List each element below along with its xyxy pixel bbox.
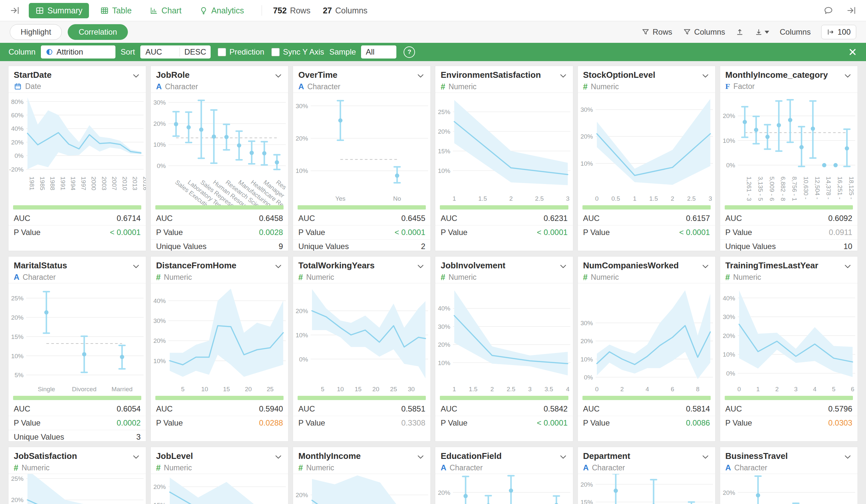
svg-text:1.5: 1.5 — [649, 195, 658, 202]
tab-table[interactable]: Table — [93, 3, 138, 18]
chevron-down-icon[interactable] — [558, 262, 568, 271]
column-chart: 0%10%20%30%02468 — [578, 283, 715, 396]
auc-row: AUC 0.5814 — [578, 402, 715, 416]
unique-values-label: Unique Values — [725, 242, 776, 251]
auc-row: AUC 0.6455 — [293, 212, 430, 225]
chevron-down-icon[interactable] — [701, 71, 710, 80]
auc-label: AUC — [298, 214, 315, 223]
progress-bar — [155, 396, 284, 400]
chevron-down-icon[interactable] — [701, 452, 710, 461]
svg-text:30%: 30% — [580, 106, 593, 113]
p-value: 0.0288 — [259, 418, 283, 427]
svg-text:15%: 15% — [438, 148, 450, 155]
character-type-icon: A — [441, 463, 446, 472]
column-title: JobLevel — [156, 451, 193, 461]
tab-analytics[interactable]: Analytics — [193, 3, 251, 18]
p-value-label: P Value — [441, 418, 467, 427]
chevron-down-icon[interactable] — [843, 71, 852, 80]
sample-select[interactable]: All — [361, 45, 396, 58]
card-header: JobRole A Character — [151, 66, 288, 93]
auc-row: AUC 0.5851 — [293, 402, 430, 416]
chevron-down-icon[interactable] — [132, 452, 141, 461]
comment-icon[interactable] — [823, 5, 833, 15]
svg-text:0%: 0% — [15, 152, 24, 159]
auc-row: AUC 0.6714 — [9, 212, 146, 225]
highlight-button[interactable]: Highlight — [10, 24, 62, 40]
upload-icon[interactable] — [735, 28, 744, 36]
prediction-checkbox[interactable]: Prediction — [218, 47, 264, 57]
column-select[interactable]: Attrition — [41, 45, 115, 58]
table-icon — [100, 6, 109, 15]
chevron-down-icon[interactable] — [558, 452, 568, 461]
character-type-icon: A — [298, 82, 304, 91]
svg-text:2016: 2016 — [142, 177, 146, 190]
column-select-value: Attrition — [57, 47, 83, 57]
column-chart: 15%20% — [151, 474, 288, 504]
chevron-down-icon[interactable] — [416, 262, 425, 271]
progress-bar — [582, 396, 711, 400]
stats-table: AUC 0.6054 P Value 0.0002 Unique Values … — [9, 402, 146, 441]
svg-text:25: 25 — [267, 386, 274, 393]
svg-text:5%: 5% — [15, 372, 24, 379]
svg-text:14,378 -: 14,378 - — [825, 177, 832, 199]
card-header: EnvironmentSatisfaction # Numeric — [435, 66, 573, 93]
sort-field-select[interactable]: AUC — [140, 47, 176, 57]
column-card: EnvironmentSatisfaction # Numeric 10%15%… — [435, 66, 573, 251]
columns-count: 27 — [323, 6, 332, 15]
card-header: MaritalStatus A Character — [9, 257, 146, 283]
svg-text:5,009 - 6: 5,009 - 6 — [768, 177, 775, 201]
svg-text:1.5: 1.5 — [478, 195, 487, 202]
chevron-down-icon[interactable] — [274, 71, 283, 80]
expand-panel-icon[interactable] — [846, 5, 856, 15]
collapse-panel-icon[interactable] — [10, 5, 20, 15]
progress-bar — [582, 205, 711, 210]
column-type-label: Numeric — [164, 273, 192, 282]
card-header: TotalWorkingYears # Numeric — [293, 257, 430, 283]
p-value-row: P Value 0.0086 — [578, 416, 715, 430]
svg-text:15: 15 — [223, 386, 230, 393]
chevron-down-icon[interactable] — [558, 71, 568, 80]
correlation-settings-bar: Column Attrition Sort AUC DESC Predictio… — [0, 43, 866, 61]
svg-text:2010: 2010 — [121, 177, 128, 190]
svg-text:20%: 20% — [296, 307, 308, 314]
sort-direction-select[interactable]: DESC — [179, 47, 211, 57]
close-icon[interactable] — [848, 47, 857, 57]
chevron-down-icon[interactable] — [274, 452, 283, 461]
auc-label: AUC — [441, 214, 457, 223]
progress-bar — [725, 396, 853, 400]
chevron-down-icon[interactable] — [416, 452, 425, 461]
column-type-label: Character — [23, 273, 56, 282]
column-card: JobRole A Character 0%10%20%30%Sales Exe… — [151, 66, 288, 251]
filter-columns-button[interactable]: Columns — [683, 27, 725, 37]
column-limit-value: 100 — [837, 27, 851, 37]
svg-text:6,882 - 8: 6,882 - 8 — [780, 177, 787, 201]
p-value-label: P Value — [298, 418, 325, 427]
p-value-label: P Value — [14, 228, 41, 237]
auc-label: AUC — [441, 404, 457, 413]
card-header: Department A Character — [578, 447, 715, 474]
chevron-down-icon[interactable] — [274, 262, 283, 271]
column-limit-input[interactable]: 100 — [821, 25, 856, 39]
svg-text:10%: 10% — [580, 356, 593, 363]
tab-chart[interactable]: Chart — [143, 3, 188, 18]
chevron-down-icon[interactable] — [843, 452, 852, 461]
p-value-label: P Value — [725, 228, 752, 237]
chevron-down-icon[interactable] — [132, 71, 141, 80]
svg-text:0%: 0% — [584, 374, 593, 381]
svg-text:0: 0 — [595, 386, 599, 393]
chevron-down-icon[interactable] — [416, 71, 425, 80]
funnel-icon — [641, 28, 650, 36]
column-chart: 10%20%30%00.511.522.53 — [578, 93, 715, 205]
tab-summary[interactable]: Summary — [29, 3, 89, 18]
chevron-down-icon[interactable] — [701, 262, 710, 271]
download-button[interactable] — [754, 28, 769, 36]
filter-rows-button[interactable]: Rows — [641, 27, 673, 37]
correlation-button[interactable]: Correlation — [68, 24, 127, 40]
chevron-down-icon[interactable] — [843, 262, 852, 271]
help-icon[interactable]: ? — [403, 46, 415, 58]
chevron-down-icon[interactable] — [132, 262, 141, 271]
svg-text:No: No — [393, 195, 401, 202]
auc-label: AUC — [14, 404, 31, 413]
svg-text:30%: 30% — [438, 323, 450, 330]
sync-y-axis-checkbox[interactable]: Sync Y Axis — [271, 47, 324, 57]
